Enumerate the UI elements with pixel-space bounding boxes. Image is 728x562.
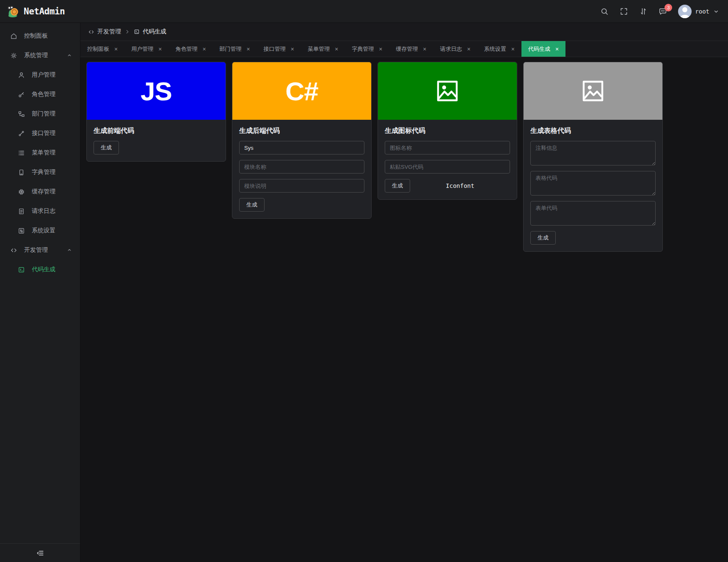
- brand[interactable]: NetAdmin: [7, 5, 65, 18]
- sidebar: 控制面板 系统管理 用户管理 角色管理 部门管理 接口管理 菜单管理: [0, 23, 80, 562]
- org-chart-icon: [18, 110, 25, 118]
- breadcrumb-parent[interactable]: 开发管理: [88, 28, 121, 36]
- home-icon: [10, 33, 17, 40]
- generate-frontend-button[interactable]: 生成: [94, 141, 119, 154]
- svg-paste-input[interactable]: [385, 160, 510, 174]
- fullscreen-icon[interactable]: [620, 7, 628, 16]
- cpu-chip-icon: [18, 188, 25, 196]
- form-code-textarea[interactable]: [530, 201, 656, 226]
- close-icon[interactable]: ×: [423, 46, 426, 52]
- tab-dictionary[interactable]: 字典管理×: [345, 41, 389, 57]
- sidebar-item-label: 代码生成: [32, 266, 55, 273]
- tab-cache[interactable]: 缓存管理×: [389, 41, 433, 57]
- tab-request-log[interactable]: 请求日志×: [433, 41, 477, 57]
- sidebar-item-cache[interactable]: 缓存管理: [0, 182, 80, 201]
- csharp-logo: C#: [285, 76, 318, 106]
- username: root: [695, 8, 709, 15]
- sidebar-item-label: 部门管理: [32, 110, 55, 118]
- card-title: 生成后端代码: [239, 127, 364, 135]
- chevron-up-icon: [66, 52, 72, 58]
- sort-arrows-icon[interactable]: [639, 7, 648, 16]
- sidebar-item-label: 角色管理: [32, 91, 55, 98]
- link-icon: [18, 130, 25, 137]
- close-icon[interactable]: ×: [379, 46, 382, 52]
- terminal-icon: [18, 266, 25, 273]
- tab-roles[interactable]: 角色管理×: [168, 41, 212, 57]
- top-header: NetAdmin 3 root: [0, 0, 728, 23]
- card-title: 生成图标代码: [385, 127, 510, 135]
- namespace-input[interactable]: [239, 141, 364, 154]
- sidebar-item-dictionary[interactable]: 字典管理: [0, 163, 80, 182]
- terminal-icon: [134, 29, 140, 35]
- user-menu[interactable]: root: [678, 5, 720, 18]
- sidebar-item-label: 接口管理: [32, 129, 55, 137]
- close-icon[interactable]: ×: [467, 46, 471, 52]
- avatar: [678, 5, 692, 18]
- sidebar-item-roles[interactable]: 角色管理: [0, 85, 80, 104]
- sidebar-item-label: 请求日志: [32, 207, 55, 215]
- generate-table-button[interactable]: 生成: [530, 231, 556, 245]
- icon-name-input[interactable]: [385, 141, 510, 154]
- content: JS 生成前端代码 生成 C# 生成后端代码 生成: [80, 57, 728, 562]
- sidebar-item-users[interactable]: 用户管理: [0, 65, 80, 85]
- sidebar-item-codegen[interactable]: 代码生成: [0, 260, 80, 279]
- close-icon[interactable]: ×: [335, 46, 338, 52]
- comment-info-textarea[interactable]: [530, 141, 656, 165]
- main-area: 开发管理 代码生成 控制面板× 用户管理× 角色管理× 部门管理× 接口管理× …: [80, 23, 728, 562]
- sidebar-group-development[interactable]: 开发管理: [0, 240, 80, 260]
- tab-api[interactable]: 接口管理×: [257, 41, 301, 57]
- close-icon[interactable]: ×: [511, 46, 515, 52]
- module-name-input[interactable]: [239, 160, 364, 174]
- close-icon[interactable]: ×: [202, 46, 206, 52]
- iconfont-link[interactable]: Iconfont: [446, 182, 474, 189]
- settings-icon: [18, 227, 25, 234]
- brand-name: NetAdmin: [24, 6, 65, 17]
- tab-dashboard[interactable]: 控制面板×: [80, 41, 124, 57]
- sidebar-item-request-log[interactable]: 请求日志: [0, 201, 80, 221]
- tab-users[interactable]: 用户管理×: [124, 41, 168, 57]
- breadcrumb: 开发管理 代码生成: [80, 23, 728, 41]
- sidebar-item-menus[interactable]: 菜单管理: [0, 143, 80, 163]
- notification-badge: 3: [665, 4, 672, 11]
- key-icon: [18, 91, 25, 98]
- sidebar-item-departments[interactable]: 部门管理: [0, 104, 80, 124]
- close-icon[interactable]: ×: [247, 46, 250, 52]
- code-icon: [88, 29, 94, 35]
- gear-icon: [10, 52, 17, 59]
- backend-banner: C#: [232, 62, 371, 120]
- card-generate-table: 生成表格代码 生成: [523, 62, 663, 252]
- chevron-right-icon: [124, 29, 130, 35]
- sidebar-group-system[interactable]: 系统管理: [0, 46, 80, 65]
- generate-icon-button[interactable]: 生成: [385, 179, 410, 193]
- sidebar-item-settings[interactable]: 系统设置: [0, 221, 80, 240]
- tab-codegen[interactable]: 代码生成×: [521, 41, 565, 57]
- sidebar-item-dashboard[interactable]: 控制面板: [0, 26, 80, 46]
- tab-settings[interactable]: 系统设置×: [477, 41, 521, 57]
- search-icon[interactable]: [600, 7, 609, 16]
- message-icon[interactable]: 3: [659, 7, 667, 16]
- book-icon: [18, 169, 25, 176]
- tab-departments[interactable]: 部门管理×: [213, 41, 257, 57]
- tab-menus[interactable]: 菜单管理×: [301, 41, 345, 57]
- close-icon[interactable]: ×: [114, 46, 118, 52]
- table-code-textarea[interactable]: [530, 171, 656, 196]
- icon-banner: [378, 62, 517, 120]
- table-banner: [524, 62, 662, 120]
- image-icon: [433, 77, 461, 105]
- generate-backend-button[interactable]: 生成: [239, 198, 265, 212]
- close-icon[interactable]: ×: [555, 46, 559, 52]
- card-title: 生成表格代码: [530, 127, 656, 135]
- module-desc-input[interactable]: [239, 179, 364, 193]
- sidebar-item-label: 系统管理: [24, 52, 48, 59]
- sidebar-item-label: 字典管理: [32, 168, 55, 176]
- sidebar-item-api[interactable]: 接口管理: [0, 124, 80, 143]
- sidebar-item-label: 控制面板: [24, 32, 48, 40]
- close-icon[interactable]: ×: [158, 46, 162, 52]
- js-logo: JS: [141, 76, 172, 106]
- sidebar-item-label: 开发管理: [24, 246, 48, 254]
- menu-lines-icon: [18, 149, 25, 157]
- close-icon[interactable]: ×: [291, 46, 294, 52]
- tab-bar: 控制面板× 用户管理× 角色管理× 部门管理× 接口管理× 菜单管理× 字典管理…: [80, 41, 728, 57]
- menu-fold-icon: [36, 549, 44, 557]
- sidebar-collapse-button[interactable]: [0, 543, 80, 562]
